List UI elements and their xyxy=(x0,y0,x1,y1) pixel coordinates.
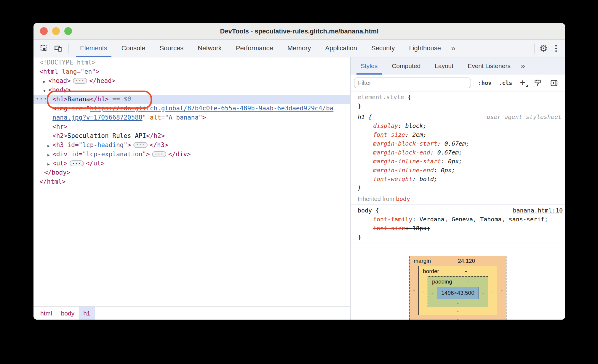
device-toolbar-icon[interactable] xyxy=(54,44,63,53)
breadcrumb-h1[interactable]: h1 xyxy=(79,307,95,320)
tab-console[interactable]: Console xyxy=(114,40,153,57)
more-tabs-icon[interactable]: » xyxy=(448,40,458,57)
margin-right-value[interactable]: - xyxy=(497,287,506,294)
tab-performance[interactable]: Performance xyxy=(229,40,280,57)
border-bottom-value[interactable]: - xyxy=(419,307,497,315)
collapsed-content-ellipsis[interactable]: ··· xyxy=(133,142,148,148)
styles-filter-input[interactable] xyxy=(354,78,471,88)
padding-bottom-value[interactable]: - xyxy=(428,299,488,307)
collapsed-content-ellipsis[interactable]: ··· xyxy=(152,151,166,157)
breadcrumb-html[interactable]: html xyxy=(36,307,57,320)
expand-arrow-icon[interactable]: ▼ xyxy=(43,86,48,95)
code-segment: =" xyxy=(161,114,169,121)
margin-left-value[interactable]: - xyxy=(410,287,418,294)
tab-elements[interactable]: Elements xyxy=(73,40,114,57)
breadcrumb-body[interactable]: body xyxy=(57,307,79,320)
dom-row[interactable]: ▶<div id="lcp-explanation">···</div> xyxy=(33,150,350,159)
collapsed-content-ellipsis[interactable]: ··· xyxy=(70,160,84,166)
code-segment[interactable]: nana.jpg?v=1705668720588 xyxy=(52,114,142,121)
code-segment: } xyxy=(358,233,361,241)
expand-arrow-icon[interactable]: ▶ xyxy=(43,77,48,86)
margin-top-value[interactable]: 24.120 xyxy=(431,258,502,264)
tab-network[interactable]: Network xyxy=(191,40,229,57)
style-line[interactable]: font-weight: bold; xyxy=(351,175,565,183)
dom-row[interactable]: <!DOCTYPE html> xyxy=(33,58,350,67)
tab-memory[interactable]: Memory xyxy=(280,40,318,57)
dom-row[interactable]: ···<h1>Banana</h1> == $0 xyxy=(33,95,350,104)
code-segment: 0px xyxy=(441,167,452,174)
style-line[interactable]: } xyxy=(351,183,565,192)
padding-left-value[interactable]: - xyxy=(428,290,437,296)
tab-event-listeners[interactable]: Event Listeners xyxy=(461,57,518,75)
style-line[interactable]: body {banana.html:10 xyxy=(351,206,565,215)
style-line[interactable]: } xyxy=(351,233,565,241)
toggle-element-state-button[interactable]: :hov xyxy=(478,80,492,86)
tab-styles[interactable]: Styles xyxy=(354,57,385,75)
style-line[interactable]: h1 {user agent stylesheet xyxy=(351,112,565,121)
code-segment[interactable]: https://cdn.glitch.global/87b4c0fe-655a-… xyxy=(90,105,333,112)
tab-lighthouse[interactable]: Lighthouse xyxy=(402,40,448,57)
style-line[interactable]: margin-block-start: 0.67em; xyxy=(351,139,565,148)
dom-row[interactable]: <h2>Speculation Rules API</h2> xyxy=(33,131,350,141)
element-classes-button[interactable]: .cls xyxy=(499,80,512,86)
kebab-menu-icon[interactable] xyxy=(552,45,560,52)
code-segment: </body> xyxy=(44,169,71,176)
new-style-rule-button[interactable]: + xyxy=(520,78,525,87)
dom-row[interactable]: ▶<head>···</head> xyxy=(33,76,350,86)
code-segment: <html xyxy=(39,68,62,75)
close-button[interactable] xyxy=(40,27,48,35)
inspect-element-icon[interactable] xyxy=(39,44,48,53)
tab-computed[interactable]: Computed xyxy=(385,57,428,75)
style-line[interactable]: margin-block-end: 0.67em; xyxy=(351,148,565,157)
dom-row[interactable]: ▼<body> xyxy=(33,86,350,95)
code-segment: : xyxy=(405,131,412,138)
style-line[interactable]: font-size: 2em; xyxy=(351,130,565,139)
code-segment: src xyxy=(71,105,82,112)
style-line[interactable]: font-family: Verdana, Geneva, Tahoma, sa… xyxy=(351,215,565,224)
margin-bottom-value[interactable]: - xyxy=(410,315,506,320)
style-line[interactable]: margin-inline-end: 0px; xyxy=(351,166,565,175)
padding-right-value[interactable]: - xyxy=(479,290,488,296)
border-left-value[interactable]: - xyxy=(419,289,428,295)
style-line[interactable]: font-size: 18px; xyxy=(351,224,565,233)
minimize-button[interactable] xyxy=(52,27,60,35)
dom-row[interactable]: </body> xyxy=(33,168,350,177)
tab-sources[interactable]: Sources xyxy=(152,40,191,57)
style-line[interactable]: } xyxy=(351,102,565,110)
code-segment[interactable]: banana.html:10 xyxy=(513,206,563,215)
code-segment: A banana xyxy=(169,114,199,121)
tab-application[interactable]: Application xyxy=(318,40,364,57)
dock-sidebar-icon[interactable] xyxy=(550,79,558,87)
collapsed-content-ellipsis[interactable]: ··· xyxy=(73,78,87,84)
padding-top-value[interactable]: - xyxy=(452,278,484,285)
dom-row[interactable]: </html> xyxy=(33,177,350,186)
style-line[interactable]: element.style { xyxy=(351,93,565,102)
dom-row[interactable]: ▶<ul>···</ul> xyxy=(33,159,350,168)
settings-gear-icon[interactable]: ⚙ xyxy=(537,44,550,53)
box-model-content[interactable]: 1496×43.500 xyxy=(437,287,479,299)
expand-arrow-icon[interactable]: ▶ xyxy=(47,160,52,169)
tab-security[interactable]: Security xyxy=(364,40,402,57)
code-segment: ; xyxy=(452,167,455,174)
zoom-button[interactable] xyxy=(64,27,72,35)
expand-arrow-icon[interactable]: ▶ xyxy=(47,150,52,160)
style-line[interactable]: display: block; xyxy=(351,121,565,130)
code-segment: : xyxy=(437,140,444,147)
code-segment: ; xyxy=(459,149,462,156)
border-top-value[interactable]: - xyxy=(439,268,493,275)
dom-row[interactable]: <img src="https://cdn.glitch.global/87b4… xyxy=(33,104,350,113)
row-menu-ellipsis[interactable]: ··· xyxy=(35,95,47,104)
inherited-body-link[interactable]: body xyxy=(396,195,410,202)
more-sidebar-tabs-icon[interactable]: » xyxy=(518,57,528,75)
expand-arrow-icon[interactable]: ▶ xyxy=(47,141,52,150)
dom-row[interactable]: <html lang="en"> xyxy=(33,67,350,76)
border-right-value[interactable]: - xyxy=(488,289,497,295)
rendering-emulation-icon[interactable] xyxy=(534,79,542,87)
dom-row[interactable]: ▶<h3 id="lcp-heading">···</h3> xyxy=(33,141,350,150)
dom-row[interactable]: <hr> xyxy=(33,122,350,131)
tab-layout[interactable]: Layout xyxy=(428,57,461,75)
box-model-border: border - - padding - xyxy=(418,266,497,315)
style-line[interactable]: margin-inline-start: 0px; xyxy=(351,157,565,166)
code-segment: </h1> xyxy=(90,96,108,103)
dom-row[interactable]: nana.jpg?v=1705668720588" alt="A banana"… xyxy=(33,113,350,122)
